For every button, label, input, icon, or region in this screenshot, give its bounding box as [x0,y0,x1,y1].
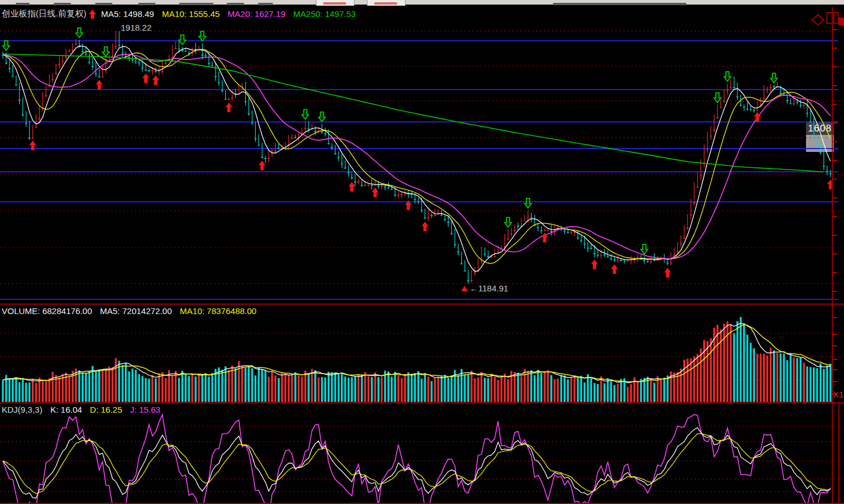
volume-unit-label: X1 [833,389,843,399]
ma5-readout: MA5: 1498.49 [101,9,154,19]
kdj-label[interactable]: KDJ(9,3,3) [2,405,43,414]
low-annotation-text: ←1184.91 [470,283,508,293]
ma10-readout: MA10: 1555.45 [162,9,220,19]
window-icon[interactable] [826,11,839,25]
kdj-d-readout: D: 16.25 [90,405,123,414]
kdj-j-readout: J: 15.63 [130,405,160,414]
diamond-icon[interactable] [811,14,825,26]
kdj-k-readout: K: 16.04 [50,405,82,414]
app-window: 1608 创业板指(日线.前复权) MA5: 1498.49 MA10: 155… [0,0,844,504]
main-chart-header: 创业板指(日线.前复权) MA5: 1498.49 MA10: 1555.45 … [2,9,364,19]
ma250-readout: MA250: 1497.53 [293,9,356,19]
scroll-indicator[interactable] [839,18,844,26]
volume-header: VOLUME: 68284176.00 MA5: 72014272.00 MA1… [2,306,264,316]
low-point-marker-icon [461,285,469,292]
high-price-annotation: 1918.22 [121,23,151,32]
volume-ma10-readout: MA10: 78376488.00 [180,306,256,316]
volume-ma5-readout: MA5: 72014272.00 [100,306,172,316]
instrument-title[interactable]: 创业板指(日线.前复权) [2,9,86,19]
ma20-readout: MA20: 1627.19 [227,9,285,19]
volume-readout: VOLUME: 68284176.00 [2,306,92,316]
trend-up-arrow-icon [88,10,96,19]
low-price-annotation: ←1184.91 [461,283,508,293]
kdj-header: KDJ(9,3,3) K: 16.04 D: 16.25 J: 15.63 [2,405,168,414]
chart-canvas[interactable] [0,0,844,504]
